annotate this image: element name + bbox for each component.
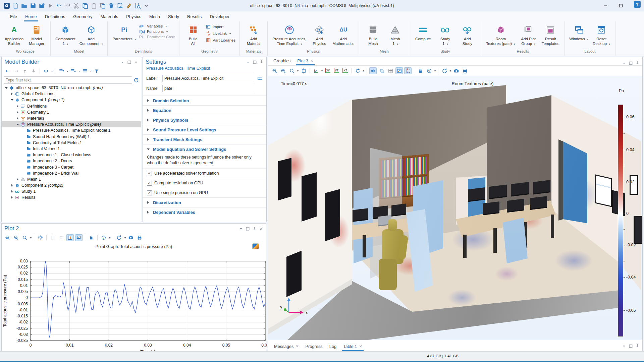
tree-item-office-space-63-30t0-n4-ma-out-mph[interactable]: office_space_63_30T0_N4_ma_out.mph(root) (2, 85, 141, 91)
tree-item-study-1[interactable]: Study 1 (2, 188, 141, 194)
ribbon-item-variables[interactable]: a=Variables▾ (139, 24, 175, 28)
menu-file[interactable]: File (6, 12, 21, 21)
section-chevron-icon[interactable] (146, 99, 150, 102)
open-file-icon[interactable] (21, 2, 28, 9)
tree-chevron-icon[interactable] (16, 178, 19, 181)
zoom-in-button[interactable] (271, 67, 278, 74)
ribbon-button-build[interactable]: BuildMesh (362, 23, 384, 47)
section-chevron-icon[interactable] (146, 148, 150, 150)
tab-table-1[interactable]: Table 1✕ (340, 343, 365, 351)
pane-menu-icon[interactable] (120, 60, 125, 64)
maximize-button[interactable] (613, 0, 629, 11)
material-sweep-icon[interactable] (125, 2, 132, 9)
save-as-icon[interactable] (38, 2, 45, 9)
collapse-all-button[interactable] (69, 68, 77, 74)
section-chevron-icon[interactable] (146, 109, 150, 112)
label-field-input[interactable] (162, 75, 254, 82)
tree-item-component-2[interactable]: Component 2(comp2) (2, 182, 141, 188)
refresh-icon[interactable] (133, 77, 139, 83)
redo-icon[interactable] (64, 2, 71, 9)
tree-item-impedance-3-carpet[interactable]: Impedance 3 - Carpet (2, 164, 141, 170)
ribbon-button-add-plot[interactable]: Add PlotGroup ▾ (517, 23, 539, 47)
zoom-out-button[interactable] (12, 234, 20, 241)
pane-pin-icon[interactable] (134, 60, 138, 64)
pane-float-icon[interactable] (246, 227, 250, 231)
section-chevron-icon[interactable] (146, 119, 150, 121)
menu-materials[interactable]: Materials (96, 12, 122, 21)
tree-item-pressure-acoustics-time-explicit[interactable]: Pressure Acoustics, Time Explicit(pate) (2, 121, 141, 127)
refresh-button[interactable] (441, 67, 448, 74)
ribbon-button-room[interactable]: RoomTextures (pate) ▾ (484, 23, 517, 47)
ribbon-button-application[interactable]: AApplicationBuilder (3, 23, 25, 47)
tree-item-impedance-2-brick-wall[interactable]: Impedance 2 - Brick Wall (2, 170, 141, 176)
tab-messages[interactable]: Messages✕ (271, 343, 302, 351)
ribbon-button-add[interactable]: AddMaterial (243, 23, 265, 47)
ribbon-item-part-libraries[interactable]: Part Libraries (206, 38, 235, 43)
tab-graphics[interactable]: Graphics (270, 57, 294, 65)
ribbon-button-windows[interactable]: Windows ▾ (567, 23, 590, 42)
ribbon-item-import[interactable]: Import (206, 24, 235, 29)
duplicate-icon[interactable] (99, 2, 106, 9)
preview-doc-icon[interactable] (134, 2, 141, 9)
ribbon-button-study[interactable]: Study1 ▾ (434, 23, 456, 47)
menu-developer[interactable]: Developer (206, 12, 233, 21)
pane-menu-icon[interactable] (622, 344, 626, 348)
ribbon-button-add[interactable]: ΔUAddMathematics (330, 23, 356, 47)
tab-log[interactable]: Log (326, 343, 340, 351)
undo-icon[interactable] (56, 2, 62, 9)
paste-icon[interactable] (91, 2, 97, 9)
name-field-input[interactable] (162, 85, 254, 92)
menu-study[interactable]: Study (164, 12, 183, 21)
forward-arrow-button[interactable] (12, 68, 20, 74)
tree-item-impedance-2-doors[interactable]: Impedance 2 - Doors (2, 158, 141, 164)
filter-funnel-button[interactable] (93, 68, 100, 74)
tree-item-initial-values-1[interactable]: DInitial Values 1 (2, 146, 141, 152)
zoom-box-button[interactable] (21, 234, 29, 241)
ribbon-button-compute[interactable]: Compute (412, 23, 434, 42)
new-file-icon[interactable] (12, 2, 19, 9)
menu-geometry[interactable]: Geometry (69, 12, 96, 21)
minimize-button[interactable] (598, 0, 613, 11)
checkbox-checked-icon[interactable]: ✓ (147, 171, 152, 176)
tree-chevron-icon[interactable] (4, 87, 8, 89)
section-header[interactable]: Physics Symbols (143, 115, 266, 125)
ribbon-button-result[interactable]: ResultTemplates (539, 23, 561, 47)
tree-chevron-icon[interactable] (10, 93, 14, 95)
tree-item-pressure-acoustics-time-explicit-model-1[interactable]: DPressure Acoustics, Time Explicit Model… (2, 127, 141, 133)
toolbar-overflow-icon[interactable] (143, 2, 150, 9)
help-button[interactable]: ? (634, 1, 641, 8)
zoom-out-button[interactable] (279, 67, 287, 74)
section-header[interactable]: Equation (143, 106, 266, 115)
point-graph[interactable]: 00.010.020.030.040.050.060.030.0250.020.… (2, 252, 267, 353)
zoom-in-button[interactable] (4, 234, 11, 241)
tree-item-component-1[interactable]: Component 1(comp 1) (2, 97, 141, 103)
checkbox-checked-icon[interactable]: ✓ (147, 181, 152, 186)
section-header[interactable]: Dependent Variables (143, 207, 266, 217)
tree-item-global-definitions[interactable]: Global Definitions (2, 91, 141, 97)
checkbox-use-single-precision-on-gpu[interactable]: ✓Use single precision on GPU (143, 188, 266, 197)
section-chevron-icon[interactable] (146, 201, 150, 204)
save-icon[interactable] (30, 2, 36, 9)
ribbon-button-build[interactable]: BuildAll (182, 23, 204, 47)
ribbon-button-add[interactable]: AddStudy (456, 23, 478, 47)
tab-close-icon[interactable]: ✕ (296, 344, 299, 349)
palette-button[interactable] (425, 67, 433, 74)
show-eye-button[interactable] (42, 68, 50, 74)
pane-pin-icon[interactable] (635, 61, 640, 65)
section-header[interactable]: Domain Selection (143, 96, 266, 105)
ribbon-button-pressure-acoustics-[interactable]: Pressure Acoustics,Time Explicit ▾ (270, 23, 308, 47)
play-icon[interactable] (47, 2, 54, 9)
tree-item-sound-hard-boundary-wall-1[interactable]: DSound Hard Boundary (Wall) 1 (2, 134, 141, 140)
ribbon-button-component[interactable]: Component1 ▾ (53, 23, 77, 47)
pane-float-icon[interactable] (127, 60, 131, 64)
zoom-box-button[interactable] (288, 67, 296, 74)
tab-plot-3[interactable]: Plot 3✕ (294, 57, 317, 65)
transparency-button[interactable] (378, 67, 385, 74)
section-chevron-icon[interactable] (146, 138, 150, 141)
rotate-button[interactable] (354, 67, 361, 74)
menu-physics[interactable]: Physics (122, 12, 145, 21)
tree-item-results[interactable]: Results (2, 194, 141, 200)
ribbon-button-parameters[interactable]: PiParameters ▾ (110, 23, 138, 42)
menu-results[interactable]: Results (183, 12, 206, 21)
section-chevron-icon[interactable] (146, 211, 150, 214)
